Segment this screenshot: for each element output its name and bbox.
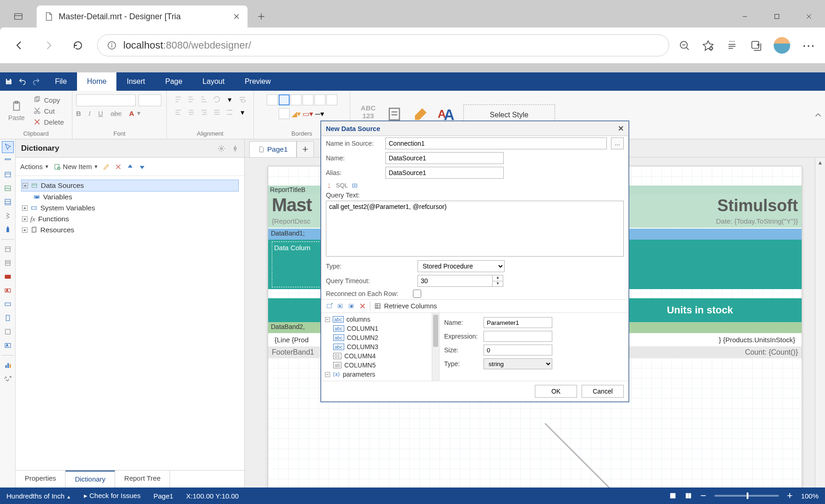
site-info-icon[interactable] (107, 40, 117, 50)
menu-file[interactable]: File (45, 72, 77, 91)
page-tab-page1[interactable]: Page1 (249, 141, 297, 157)
zoom-icon[interactable] (678, 39, 690, 51)
add-page-button[interactable]: + (297, 141, 314, 157)
align-bottom-icon[interactable] (199, 94, 209, 104)
dialog-close-button[interactable]: ✕ (618, 124, 624, 133)
delete-button[interactable]: Delete (31, 117, 66, 127)
timeout-spinner[interactable]: ▲▼ (492, 275, 503, 287)
cut-button[interactable]: Cut (31, 106, 66, 116)
type-select[interactable]: Stored Procedure (418, 260, 505, 272)
svg-rect-92 (7, 363, 9, 368)
tool-pointer[interactable] (2, 141, 14, 153)
cancel-button[interactable]: Cancel (582, 385, 624, 398)
name-in-source-input[interactable] (385, 137, 607, 149)
param-size-input[interactable] (484, 345, 552, 356)
param-type-select[interactable]: string (484, 358, 552, 369)
tab-report-tree[interactable]: Report Tree (115, 471, 170, 488)
new-calc-column-icon[interactable]: fx (337, 302, 344, 310)
edit-icon[interactable] (103, 163, 110, 170)
view-mode-2-icon[interactable] (685, 492, 692, 499)
tab-title: Master-Detail.mrt - Designer [Tria (59, 12, 227, 22)
settings-icon[interactable] (218, 145, 225, 152)
font-size-select[interactable] (138, 94, 161, 106)
remove-column-icon[interactable] (359, 302, 366, 310)
align-middle-icon[interactable] (186, 94, 196, 104)
dialog-titlebar[interactable]: New Data Source ✕ (321, 121, 628, 136)
retrieve-columns-button[interactable]: Retrieve Columns (374, 302, 437, 310)
favorites-list-icon[interactable] (726, 39, 738, 51)
redo-icon[interactable] (32, 77, 40, 86)
sql-edit-icon[interactable] (352, 182, 358, 189)
param-expression-input[interactable] (484, 331, 552, 342)
move-up-icon[interactable] (126, 163, 134, 170)
reconnect-checkbox[interactable] (413, 290, 421, 298)
collapse-ribbon-icon[interactable] (813, 110, 823, 120)
close-window-button[interactable] (793, 5, 825, 27)
new-param-icon[interactable]: @ (348, 302, 355, 310)
zoom-in-button[interactable]: + (787, 490, 793, 502)
svg-rect-111 (671, 493, 676, 499)
actions-menu[interactable]: Actions ▼ (20, 163, 49, 170)
zoom-level[interactable]: 100% (801, 492, 819, 500)
name-input[interactable] (385, 152, 504, 164)
alias-input[interactable] (385, 167, 504, 179)
wrap-icon[interactable] (237, 94, 248, 104)
url-text: localhost:8080/webdesigner/ (123, 39, 251, 51)
report-brand-text: Stimulsoft (717, 196, 798, 215)
back-button[interactable] (9, 35, 29, 55)
reload-button[interactable] (68, 35, 88, 55)
border-none-button[interactable] (279, 94, 290, 105)
close-tab-icon[interactable] (233, 13, 240, 20)
tree-data-sources[interactable]: +Data Sources (21, 180, 239, 192)
tree-functions[interactable]: +fxFunctions (21, 214, 239, 225)
ok-button[interactable]: OK (535, 385, 577, 398)
tree-resources[interactable]: +Resources (21, 225, 239, 236)
move-down-icon[interactable] (138, 163, 146, 170)
paste-button[interactable]: Paste (4, 94, 29, 128)
columns-tree[interactable]: −abccolumns abcCOLUMN1 abcCOLUMN2 abcCOL… (321, 313, 440, 381)
vertical-scrollbar[interactable]: ▲ (815, 158, 825, 488)
param-name-input[interactable] (484, 317, 552, 328)
tabs-overview-icon[interactable] (0, 5, 37, 27)
zoom-out-button[interactable]: − (700, 490, 706, 502)
menu-page[interactable]: Page (155, 72, 192, 91)
query-timeout-input[interactable] (418, 275, 493, 287)
name-in-source-browse[interactable]: … (611, 137, 624, 149)
zoom-slider[interactable] (715, 495, 779, 497)
maximize-button[interactable] (761, 5, 793, 27)
tab-properties[interactable]: Properties (16, 471, 66, 488)
menu-preview[interactable]: Preview (235, 72, 281, 91)
tree-system-variables[interactable]: +System Variables (21, 203, 239, 214)
undo-icon[interactable] (18, 77, 27, 86)
pin-icon[interactable] (231, 145, 239, 152)
align-top-icon[interactable] (173, 94, 183, 104)
tab-dictionary[interactable]: Dictionary (66, 471, 115, 488)
tree-variables[interactable]: varVariables (32, 192, 239, 203)
menu-layout[interactable]: Layout (192, 72, 235, 91)
ribbon-alignment: ▾ ▾ Alignment (167, 91, 254, 139)
collections-icon[interactable] (750, 39, 762, 51)
browser-tab[interactable]: Master-Detail.mrt - Designer [Tria (37, 5, 248, 27)
rotate-icon[interactable] (212, 94, 222, 104)
copy-button[interactable]: Copy (31, 95, 66, 105)
new-column-icon[interactable] (326, 302, 333, 310)
query-text-input[interactable] (326, 201, 624, 257)
columns-tree-scrollbar[interactable] (432, 313, 439, 381)
url-box[interactable]: localhost:8080/webdesigner/ (97, 34, 669, 56)
minimize-button[interactable] (729, 5, 761, 27)
border-all-button[interactable] (267, 94, 278, 105)
menu-home[interactable]: Home (77, 72, 117, 91)
save-icon[interactable] (5, 77, 13, 86)
new-tab-button[interactable] (248, 5, 275, 27)
profile-avatar[interactable] (774, 37, 790, 54)
delete-icon[interactable] (115, 163, 122, 170)
favorite-icon[interactable] (702, 39, 714, 51)
more-menu-button[interactable]: ⋯ (802, 38, 816, 53)
view-mode-1-icon[interactable] (669, 492, 676, 499)
check-issues[interactable]: ▸ Check for Issues (84, 492, 141, 500)
font-family-select[interactable] (76, 94, 136, 106)
new-item-menu[interactable]: New Item ▼ (54, 163, 98, 170)
unit-selector[interactable]: Hundredths of Inch ▲ (6, 492, 71, 500)
menu-insert[interactable]: Insert (116, 72, 155, 91)
forward-button[interactable] (38, 35, 59, 55)
